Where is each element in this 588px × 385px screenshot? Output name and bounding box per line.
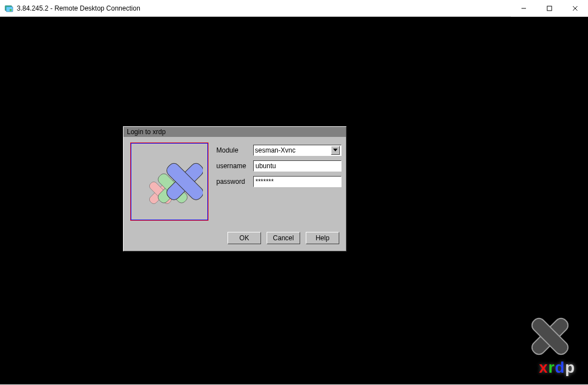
dialog-title: Login to xrdp [124,127,346,137]
username-label: username [216,162,253,170]
ok-button[interactable]: OK [227,232,261,244]
username-input[interactable] [253,160,342,172]
dropdown-arrow-icon [331,146,340,155]
cancel-button[interactable]: Cancel [267,232,300,244]
maximize-button[interactable] [537,0,562,17]
svg-marker-13 [333,149,338,151]
minimize-button[interactable] [511,0,537,17]
help-button[interactable]: Help [306,232,339,244]
xrdp-x-icon [136,148,203,215]
xrdp-watermark: xrdp [522,308,578,377]
password-input[interactable] [253,176,342,187]
login-dialog: Login to xrdp [123,126,347,251]
module-select[interactable]: sesman-Xvnc [253,145,342,156]
window-title: 3.84.245.2 - Remote Desktop Connection [17,4,511,12]
close-button[interactable] [562,0,588,17]
window-titlebar: 3.84.245.2 - Remote Desktop Connection [0,0,588,17]
password-label: password [216,178,253,186]
xrdp-logo-box [130,142,208,221]
rdp-app-icon [4,4,13,13]
module-selected-value: sesman-Xvnc [255,146,331,154]
xrdp-watermark-x-icon [522,308,578,364]
svg-point-2 [10,9,12,11]
xrdp-watermark-text: xrdp [539,359,575,377]
remote-desktop-surface: Login to xrdp [0,17,588,384]
svg-rect-4 [547,6,552,11]
svg-rect-1 [6,7,13,12]
module-label: Module [216,146,253,154]
